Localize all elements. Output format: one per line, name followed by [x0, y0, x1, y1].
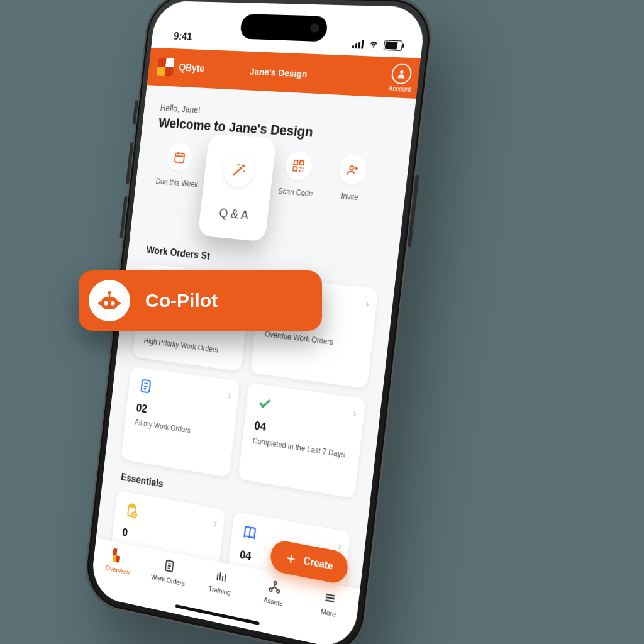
cellular-icon — [352, 40, 364, 49]
chevron-right-icon: › — [227, 389, 232, 402]
tab-training[interactable]: Training — [193, 564, 248, 599]
copilot-label: Co-Pilot — [145, 290, 218, 311]
tab-assets[interactable]: Assets — [246, 574, 303, 611]
quick-invite[interactable]: Invite — [322, 153, 382, 204]
svg-point-8 — [400, 70, 404, 74]
home-indicator — [175, 604, 260, 625]
work-orders-icon — [162, 557, 177, 575]
overview-icon — [112, 548, 126, 565]
svg-point-20 — [274, 581, 277, 584]
quick-actions-row: Due this Week Scan Code — [147, 142, 394, 255]
robot-icon — [89, 280, 130, 321]
svg-rect-2 — [101, 297, 118, 309]
qr-icon — [284, 150, 314, 181]
svg-rect-9 — [175, 153, 185, 162]
tab-more[interactable]: More — [300, 585, 359, 623]
card-all-my-wo[interactable]: › 02 All my Work Orders — [121, 366, 240, 477]
svg-point-13 — [350, 166, 354, 170]
more-icon — [322, 589, 338, 607]
copilot-badge[interactable]: Co-Pilot — [79, 270, 322, 331]
svg-rect-11 — [299, 161, 304, 165]
magic-wand-icon — [222, 152, 256, 188]
quick-scan-code[interactable]: Scan Code — [269, 150, 327, 200]
account-button[interactable]: Account — [388, 63, 414, 93]
tab-overview[interactable]: Overview — [92, 544, 145, 579]
svg-rect-12 — [293, 167, 297, 171]
svg-point-0 — [108, 291, 111, 295]
dynamic-island — [240, 14, 328, 42]
check-icon — [256, 394, 273, 413]
chevron-right-icon: › — [213, 516, 218, 530]
wifi-icon — [368, 40, 380, 50]
quick-qa-card[interactable]: Q & A — [197, 134, 276, 242]
invite-icon — [337, 154, 368, 186]
chevron-right-icon: › — [365, 297, 370, 311]
training-icon — [214, 567, 229, 585]
svg-rect-10 — [294, 160, 298, 165]
svg-point-7 — [372, 46, 374, 47]
person-icon — [391, 63, 413, 84]
svg-point-4 — [111, 301, 114, 306]
list-icon — [138, 377, 153, 395]
battery-icon — [384, 40, 403, 51]
svg-rect-1 — [109, 294, 111, 297]
org-name: Jane's Design — [249, 65, 308, 79]
svg-point-5 — [98, 301, 102, 305]
plus-icon: ＋ — [285, 557, 297, 560]
chevron-right-icon: › — [352, 406, 357, 420]
calendar-icon — [165, 142, 194, 172]
tab-work-orders[interactable]: Work Orders — [142, 553, 196, 589]
quick-due-this-week[interactable]: Due this Week — [152, 142, 206, 190]
assets-icon — [267, 578, 282, 596]
clock: 9:41 — [173, 30, 192, 43]
svg-point-3 — [104, 301, 108, 306]
clipboard-clock-icon — [124, 502, 140, 520]
app-logo — [157, 58, 175, 77]
card-completed[interactable]: › 04 Completed in the Last 7 Days — [238, 382, 365, 498]
brand-name: QByte — [178, 62, 205, 74]
book-icon — [242, 523, 258, 542]
svg-point-6 — [117, 301, 121, 305]
